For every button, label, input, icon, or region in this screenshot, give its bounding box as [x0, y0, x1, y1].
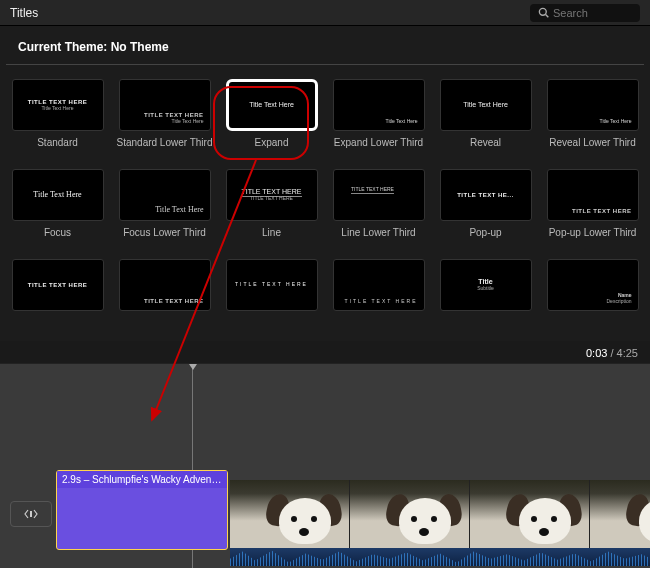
title-thumb[interactable]: TITLE TEXT HE...: [440, 169, 532, 221]
time-display: 0:03 / 4:25: [0, 341, 650, 363]
theme-value: No Theme: [111, 40, 169, 54]
title-tile[interactable]: TITLE TEXT HERE Pop-up Lower Third: [543, 169, 642, 251]
title-tile-label: Pop-up: [469, 227, 501, 251]
title-tile[interactable]: TITLE TEXT HE... Pop-up: [436, 169, 535, 251]
title-tile-label: Line: [262, 227, 281, 251]
title-tile-label: Standard: [37, 137, 78, 161]
title-tile-label: Pop-up Lower Third: [549, 227, 637, 251]
title-thumb[interactable]: TITLE TEXT HERE: [119, 259, 211, 311]
title-tile-label: Expand Lower Third: [334, 137, 423, 161]
title-clip-label: 2.9s – Schlumpfie's Wacky Advent...: [57, 471, 227, 488]
title-tile[interactable]: TITLE TEXT HERETITLE TEXT HERE Line: [222, 169, 321, 251]
video-frame[interactable]: [350, 480, 470, 548]
title-thumb[interactable]: TITLE TEXT HERE: [333, 259, 425, 311]
video-track[interactable]: [230, 480, 650, 548]
title-thumb[interactable]: TITLE TEXT HERETITLE TEXT HERE: [226, 169, 318, 221]
title-tile-label: Reveal: [470, 137, 501, 161]
title-thumb[interactable]: TitleSubtitle: [440, 259, 532, 311]
time-total: 4:25: [617, 347, 638, 359]
search-input[interactable]: [553, 7, 632, 19]
title-thumb[interactable]: Title Text Here: [547, 79, 639, 131]
titles-grid: TITLE TEXT HERETitle Text Here StandardT…: [0, 65, 650, 341]
title-tile[interactable]: Title Text Here Expand Lower Third: [329, 79, 428, 161]
title-thumb[interactable]: TITLE TEXT HERE: [547, 169, 639, 221]
title-thumb[interactable]: Title Text Here: [333, 79, 425, 131]
title-tile[interactable]: Title Text Here Expand: [222, 79, 321, 161]
time-current: 0:03: [586, 347, 607, 359]
title-tile[interactable]: TITLE TEXT HERE: [329, 259, 428, 341]
title-tile-label: Standard Lower Third: [117, 137, 213, 161]
title-thumb[interactable]: TITLE TEXT HERE: [226, 259, 318, 311]
title-tile-label: Line Lower Third: [341, 227, 415, 251]
timeline[interactable]: 2.9s – Schlumpfie's Wacky Advent...: [0, 363, 650, 568]
title-tile-label: Focus Lower Third: [123, 227, 206, 251]
title-clip[interactable]: 2.9s – Schlumpfie's Wacky Advent...: [56, 470, 228, 550]
video-frame[interactable]: [590, 480, 650, 548]
video-frame[interactable]: [230, 480, 350, 548]
title-tile[interactable]: NameDescription: [543, 259, 642, 341]
title-thumb[interactable]: Title Text Here: [119, 169, 211, 221]
title-tile[interactable]: TITLE TEXT HERE: [222, 259, 321, 341]
title-tile[interactable]: TITLE TEXT HERE: [115, 259, 214, 341]
svg-point-0: [539, 8, 546, 15]
svg-line-1: [546, 15, 549, 18]
track-skimmer-button[interactable]: [10, 501, 52, 527]
title-thumb[interactable]: Title Text Here: [226, 79, 318, 131]
title-thumb[interactable]: NameDescription: [547, 259, 639, 311]
video-frame[interactable]: [470, 480, 590, 548]
title-tile[interactable]: TITLE TEXT HERE: [8, 259, 107, 341]
title-tile[interactable]: TITLE TEXT HERETitle Text Here Standard …: [115, 79, 214, 161]
title-tile[interactable]: Title Text Here Focus Lower Third: [115, 169, 214, 251]
title-tile-label: Expand: [255, 137, 289, 161]
title-tile-label: Reveal Lower Third: [549, 137, 636, 161]
title-thumb[interactable]: Title Text Here: [440, 79, 532, 131]
header-bar: Titles: [0, 0, 650, 26]
title-tile[interactable]: Title Text Here Focus: [8, 169, 107, 251]
title-thumb[interactable]: TITLE TEXT HERE: [12, 259, 104, 311]
theme-label: Current Theme:: [18, 40, 107, 54]
title-tile[interactable]: TITLE TEXT HERE Line Lower Third: [329, 169, 428, 251]
title-tile[interactable]: TitleSubtitle: [436, 259, 535, 341]
title-tile[interactable]: Title Text Here Reveal: [436, 79, 535, 161]
title-tile[interactable]: TITLE TEXT HERETitle Text Here Standard: [8, 79, 107, 161]
title-tile[interactable]: Title Text Here Reveal Lower Third: [543, 79, 642, 161]
title-thumb[interactable]: Title Text Here: [12, 169, 104, 221]
skimmer-icon: [24, 508, 38, 520]
title-tile-label: Focus: [44, 227, 71, 251]
title-thumb[interactable]: TITLE TEXT HERETitle Text Here: [12, 79, 104, 131]
search-icon: [538, 7, 549, 18]
panel-title: Titles: [10, 6, 38, 20]
search-field[interactable]: [530, 4, 640, 22]
title-thumb[interactable]: TITLE TEXT HERE: [333, 169, 425, 221]
svg-rect-2: [30, 511, 32, 517]
theme-row: Current Theme: No Theme: [6, 26, 644, 65]
audio-waveform[interactable]: [230, 548, 650, 566]
title-thumb[interactable]: TITLE TEXT HERETitle Text Here: [119, 79, 211, 131]
